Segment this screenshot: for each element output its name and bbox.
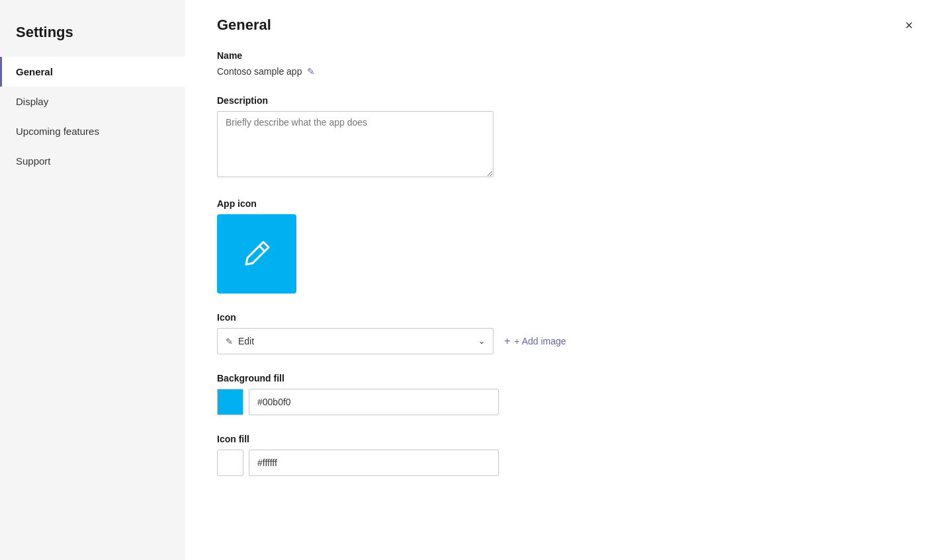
name-row: Contoso sample app ✎: [217, 66, 918, 77]
name-label: Name: [217, 50, 918, 61]
sidebar-item-upcoming-features[interactable]: Upcoming features: [0, 116, 185, 146]
icon-fill-row: [217, 450, 918, 476]
sidebar: Settings General Display Upcoming featur…: [0, 0, 185, 560]
sidebar-title: Settings: [0, 13, 185, 57]
sidebar-item-support[interactable]: Support: [0, 146, 185, 176]
icon-fill-label: Icon fill: [217, 434, 918, 444]
icon-section: Icon ✎ Edit ⌄ + + Add image: [217, 312, 918, 354]
main-header: General ×: [185, 0, 950, 45]
background-color-swatch[interactable]: [217, 389, 243, 415]
main-content: General × Name Contoso sample app ✎ Desc…: [185, 0, 950, 560]
add-image-button[interactable]: + + Add image: [504, 333, 566, 350]
add-image-label: + Add image: [514, 336, 566, 346]
icon-dropdown-left: ✎ Edit: [226, 336, 254, 346]
icon-dropdown-pencil: ✎: [226, 337, 233, 346]
name-section: Name Contoso sample app ✎: [217, 50, 918, 77]
background-color-input[interactable]: [249, 389, 499, 415]
icon-fill-color-input[interactable]: [249, 450, 499, 476]
icon-fill-color-swatch[interactable]: [217, 450, 243, 476]
icon-label: Icon: [217, 312, 918, 323]
background-fill-section: Background fill: [217, 373, 918, 415]
icon-fill-section: Icon fill: [217, 434, 918, 476]
background-fill-label: Background fill: [217, 373, 918, 383]
sidebar-item-general[interactable]: General: [0, 57, 185, 87]
sidebar-nav: General Display Upcoming features Suppor…: [0, 57, 185, 176]
name-value: Contoso sample app: [217, 66, 302, 77]
description-section: Description: [217, 95, 918, 180]
content-area: Name Contoso sample app ✎ Description Ap…: [185, 45, 950, 560]
icon-dropdown-value: Edit: [238, 336, 254, 346]
page-title: General: [217, 17, 271, 34]
plus-icon: +: [504, 335, 510, 347]
description-label: Description: [217, 95, 918, 106]
app-icon-pencil-svg: [239, 237, 274, 271]
icon-selector-row: ✎ Edit ⌄ + + Add image: [217, 328, 918, 354]
app-icon-section: App icon: [217, 198, 918, 294]
description-input[interactable]: [217, 111, 494, 177]
app-icon-preview[interactable]: [217, 214, 296, 294]
background-fill-row: [217, 389, 918, 415]
edit-name-icon[interactable]: ✎: [307, 66, 315, 77]
sidebar-item-display[interactable]: Display: [0, 87, 185, 116]
close-button[interactable]: ×: [900, 16, 918, 34]
chevron-down-icon: ⌄: [478, 337, 485, 346]
icon-dropdown[interactable]: ✎ Edit ⌄: [217, 328, 494, 354]
app-icon-label: App icon: [217, 198, 918, 209]
